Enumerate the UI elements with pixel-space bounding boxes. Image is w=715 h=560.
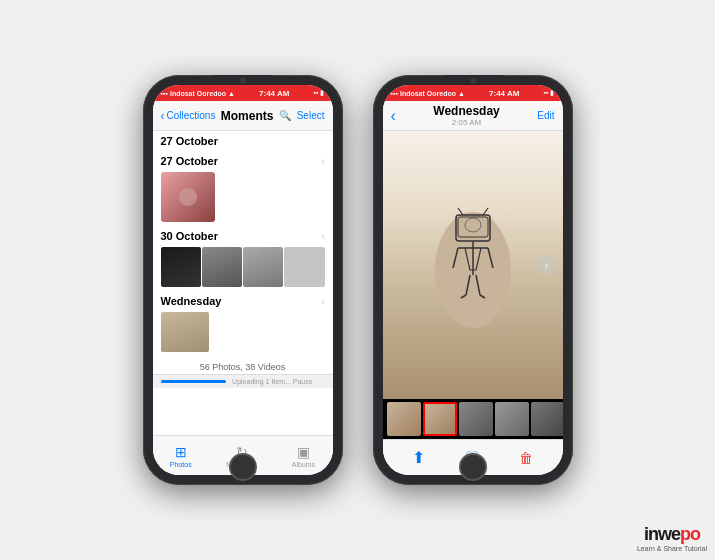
section-arrow: › <box>321 156 324 167</box>
status-bar-right: ▪▪▪ Indosat Ooredoo ▲ 7:44 AM ▪▪ ▮ <box>383 85 563 101</box>
home-button-left[interactable] <box>229 453 257 481</box>
phone-left-screen: ▪▪▪ Indosat Ooredoo ▲ 7:44 AM ▪▪ ▮ ‹ Col… <box>153 85 333 475</box>
strip-thumb-4[interactable] <box>495 402 529 436</box>
strip-thumb-1[interactable] <box>387 402 421 436</box>
edit-button[interactable]: Edit <box>537 110 554 121</box>
status-time-right: 7:44 AM <box>489 89 519 98</box>
section-header-wed: Wednesday › <box>153 291 333 311</box>
thumbnail-strip <box>383 399 563 439</box>
phone-right-screen: ▪▪▪ Indosat Ooredoo ▲ 7:44 AM ▪▪ ▮ ‹ Wed… <box>383 85 563 475</box>
camera <box>240 78 246 84</box>
signal-icon: ▪▪▪ <box>161 90 168 97</box>
albums-tab-icon: ▣ <box>297 444 310 460</box>
svg-line-3 <box>458 208 463 215</box>
upload-bar: Uploading 1 Item... Pause <box>153 374 333 388</box>
section-header-oct27-2: 27 October › <box>153 151 333 171</box>
oct30-photos <box>153 246 333 291</box>
photo-thumb-pink[interactable] <box>161 172 215 222</box>
photos-count: 56 Photos, 38 Videos <box>153 356 333 374</box>
section-date: 27 October <box>161 135 218 147</box>
signal-icon-right: ▪▪▪ <box>391 90 398 97</box>
status-time: 7:44 AM <box>259 89 289 98</box>
photo-placeholder[interactable] <box>284 247 324 287</box>
section-date-4: Wednesday <box>161 295 222 307</box>
battery-icon: ▪▪ ▮ <box>314 89 325 97</box>
moments-content: 27 October 27 October › 30 Octobe <box>153 131 333 435</box>
tab-albums-label: Albums <box>292 461 315 468</box>
detail-subtitle: 2:05 AM <box>433 118 499 127</box>
detail-title-block: Wednesday 2:05 AM <box>433 104 499 127</box>
photo-dance[interactable] <box>202 247 242 287</box>
phones-container: ▪▪▪ Indosat Ooredoo ▲ 7:44 AM ▪▪ ▮ ‹ Col… <box>143 75 573 485</box>
nav-actions: 🔍 Select <box>279 110 325 121</box>
brand-part1: inwe <box>644 524 680 544</box>
wed-photos <box>153 311 333 356</box>
photo-tattoo[interactable] <box>161 312 209 352</box>
battery-icon-right: ▪▪ ▮ <box>544 89 555 97</box>
photos-tab-icon: ⊞ <box>175 444 187 460</box>
section-arrow-2: › <box>321 231 324 242</box>
strip-thumb-3[interactable] <box>459 402 493 436</box>
camera-right <box>470 78 476 84</box>
tab-photos-label: Photos <box>170 461 192 468</box>
nav-back-collections[interactable]: ‹ Collections <box>161 109 216 123</box>
tab-photos[interactable]: ⊞ Photos <box>170 444 192 468</box>
section-arrow-3: › <box>321 296 324 307</box>
wifi-icon: ▲ <box>228 90 235 97</box>
section-date-3: 30 October <box>161 230 218 242</box>
detail-title: Wednesday <box>433 104 499 118</box>
photo-dark[interactable] <box>161 247 201 287</box>
section-header-oct30: 30 October › <box>153 226 333 246</box>
brand-part2: po <box>680 524 700 544</box>
nav-title-moments: Moments <box>221 109 274 123</box>
back-button-right[interactable]: ‹ <box>391 107 396 125</box>
back-chevron-icon: ‹ <box>161 109 165 123</box>
svg-line-4 <box>483 208 488 215</box>
brand-name: inwepo <box>637 524 707 545</box>
status-carrier-right: ▪▪▪ Indosat Ooredoo ▲ <box>391 90 465 97</box>
brand-tagline: Learn & Share Tutorial <box>637 545 707 552</box>
home-button-right[interactable] <box>459 453 487 481</box>
watermark: inwepo Learn & Share Tutorial <box>637 524 707 552</box>
select-button[interactable]: Select <box>297 110 325 121</box>
status-bar-left: ▪▪▪ Indosat Ooredoo ▲ 7:44 AM ▪▪ ▮ <box>153 85 333 101</box>
nav-bar-left: ‹ Collections Moments 🔍 Select <box>153 101 333 131</box>
strip-thumb-2[interactable] <box>423 402 457 436</box>
detail-nav-bar: ‹ Wednesday 2:05 AM Edit <box>383 101 563 131</box>
main-photo-view[interactable]: › <box>383 131 563 399</box>
photo-portrait[interactable] <box>243 247 283 287</box>
wifi-icon-right: ▲ <box>458 90 465 97</box>
share-button[interactable]: ⬆ <box>412 448 425 467</box>
oct27-photos <box>153 171 333 226</box>
strip-thumb-5[interactable] <box>531 402 563 436</box>
tab-albums[interactable]: ▣ Albums <box>292 444 315 468</box>
next-photo-arrow[interactable]: › <box>537 255 557 275</box>
status-battery: ▪▪ ▮ <box>314 89 325 97</box>
search-icon[interactable]: 🔍 <box>279 110 291 121</box>
section-header-oct27-1: 27 October <box>153 131 333 151</box>
status-battery-right: ▪▪ ▮ <box>544 89 555 97</box>
upload-text: Uploading 1 Item... Pause <box>232 378 313 385</box>
section-date-2: 27 October <box>161 155 218 167</box>
trash-button[interactable]: 🗑 <box>519 450 533 466</box>
phone-right: ▪▪▪ Indosat Ooredoo ▲ 7:44 AM ▪▪ ▮ ‹ Wed… <box>373 75 573 485</box>
phone-left: ▪▪▪ Indosat Ooredoo ▲ 7:44 AM ▪▪ ▮ ‹ Col… <box>143 75 343 485</box>
status-carrier: ▪▪▪ Indosat Ooredoo ▲ <box>161 90 235 97</box>
upload-progress <box>161 380 227 383</box>
tattoo-image <box>428 200 518 330</box>
